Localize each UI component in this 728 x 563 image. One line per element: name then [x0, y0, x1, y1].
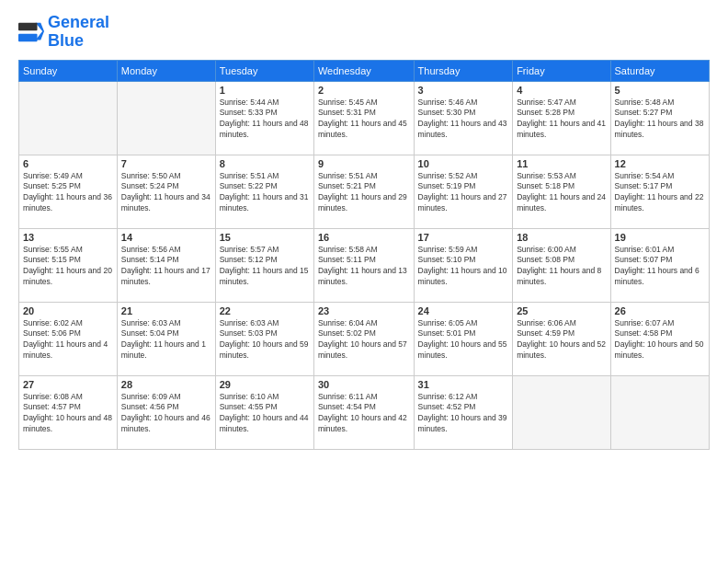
logo-icon	[18, 19, 44, 45]
page: General Blue SundayMondayTuesdayWednesda…	[0, 0, 728, 563]
calendar-cell: 8Sunrise: 5:51 AM Sunset: 5:22 PM Daylig…	[215, 155, 313, 228]
day-detail: Sunrise: 6:02 AM Sunset: 5:06 PM Dayligh…	[23, 318, 113, 362]
day-number: 20	[23, 305, 113, 316]
calendar-cell: 10Sunrise: 5:52 AM Sunset: 5:19 PM Dayli…	[414, 155, 513, 228]
weekday-header-monday: Monday	[117, 60, 215, 81]
calendar-cell: 26Sunrise: 6:07 AM Sunset: 4:58 PM Dayli…	[610, 302, 709, 375]
day-detail: Sunrise: 6:00 AM Sunset: 5:08 PM Dayligh…	[517, 245, 606, 289]
calendar-cell: 21Sunrise: 6:03 AM Sunset: 5:04 PM Dayli…	[117, 302, 215, 375]
day-number: 19	[615, 232, 705, 243]
day-number: 18	[517, 232, 606, 243]
day-detail: Sunrise: 5:47 AM Sunset: 5:28 PM Dayligh…	[517, 98, 606, 142]
calendar-cell: 12Sunrise: 5:54 AM Sunset: 5:17 PM Dayli…	[610, 155, 709, 228]
calendar-cell: 31Sunrise: 6:12 AM Sunset: 4:52 PM Dayli…	[414, 375, 513, 449]
day-number: 27	[23, 379, 113, 390]
day-detail: Sunrise: 5:48 AM Sunset: 5:27 PM Dayligh…	[615, 98, 705, 142]
calendar-cell: 23Sunrise: 6:04 AM Sunset: 5:02 PM Dayli…	[313, 302, 414, 375]
day-number: 22	[220, 305, 310, 316]
day-detail: Sunrise: 6:12 AM Sunset: 4:52 PM Dayligh…	[418, 392, 509, 436]
day-detail: Sunrise: 6:11 AM Sunset: 4:54 PM Dayligh…	[318, 392, 410, 436]
day-number: 11	[517, 158, 606, 169]
day-detail: Sunrise: 5:51 AM Sunset: 5:22 PM Dayligh…	[220, 171, 310, 215]
day-number: 24	[418, 305, 509, 316]
day-number: 16	[318, 232, 410, 243]
day-number: 1	[220, 85, 310, 96]
day-number: 30	[318, 379, 410, 390]
day-number: 17	[418, 232, 509, 243]
week-row-3: 20Sunrise: 6:02 AM Sunset: 5:06 PM Dayli…	[19, 302, 710, 375]
day-detail: Sunrise: 5:52 AM Sunset: 5:19 PM Dayligh…	[418, 171, 509, 215]
day-detail: Sunrise: 5:55 AM Sunset: 5:15 PM Dayligh…	[23, 245, 113, 289]
day-number: 28	[121, 379, 211, 390]
day-number: 12	[615, 158, 705, 169]
day-detail: Sunrise: 6:08 AM Sunset: 4:57 PM Dayligh…	[23, 392, 113, 436]
calendar-cell: 3Sunrise: 5:46 AM Sunset: 5:30 PM Daylig…	[414, 81, 513, 155]
calendar-cell: 4Sunrise: 5:47 AM Sunset: 5:28 PM Daylig…	[513, 81, 610, 155]
day-number: 31	[418, 379, 509, 390]
weekday-header-saturday: Saturday	[610, 60, 709, 81]
calendar-cell: 2Sunrise: 5:45 AM Sunset: 5:31 PM Daylig…	[313, 81, 414, 155]
day-number: 5	[615, 85, 705, 96]
day-detail: Sunrise: 5:53 AM Sunset: 5:18 PM Dayligh…	[517, 171, 606, 215]
logo-text: General Blue	[48, 14, 109, 51]
day-number: 23	[318, 305, 410, 316]
day-number: 4	[517, 85, 606, 96]
day-number: 6	[23, 158, 113, 169]
day-detail: Sunrise: 6:04 AM Sunset: 5:02 PM Dayligh…	[318, 318, 410, 362]
day-number: 15	[220, 232, 310, 243]
week-row-4: 27Sunrise: 6:08 AM Sunset: 4:57 PM Dayli…	[19, 375, 710, 449]
day-detail: Sunrise: 6:06 AM Sunset: 4:59 PM Dayligh…	[517, 318, 606, 362]
calendar-cell: 13Sunrise: 5:55 AM Sunset: 5:15 PM Dayli…	[19, 228, 118, 302]
calendar-cell: 27Sunrise: 6:08 AM Sunset: 4:57 PM Dayli…	[19, 375, 118, 449]
day-detail: Sunrise: 5:44 AM Sunset: 5:33 PM Dayligh…	[220, 98, 310, 142]
calendar-cell: 9Sunrise: 5:51 AM Sunset: 5:21 PM Daylig…	[313, 155, 414, 228]
day-number: 29	[220, 379, 310, 390]
calendar-table: SundayMondayTuesdayWednesdayThursdayFrid…	[18, 60, 710, 450]
day-number: 14	[121, 232, 211, 243]
day-detail: Sunrise: 5:49 AM Sunset: 5:25 PM Dayligh…	[23, 171, 113, 215]
day-number: 26	[615, 305, 705, 316]
day-detail: Sunrise: 6:03 AM Sunset: 5:04 PM Dayligh…	[121, 318, 211, 362]
calendar-cell: 20Sunrise: 6:02 AM Sunset: 5:06 PM Dayli…	[19, 302, 118, 375]
calendar-cell: 19Sunrise: 6:01 AM Sunset: 5:07 PM Dayli…	[610, 228, 709, 302]
day-detail: Sunrise: 5:46 AM Sunset: 5:30 PM Dayligh…	[418, 98, 509, 142]
weekday-header-thursday: Thursday	[414, 60, 513, 81]
day-detail: Sunrise: 6:03 AM Sunset: 5:03 PM Dayligh…	[220, 318, 310, 362]
calendar-cell: 30Sunrise: 6:11 AM Sunset: 4:54 PM Dayli…	[313, 375, 414, 449]
day-number: 8	[220, 158, 310, 169]
calendar-cell: 28Sunrise: 6:09 AM Sunset: 4:56 PM Dayli…	[117, 375, 215, 449]
day-detail: Sunrise: 5:50 AM Sunset: 5:24 PM Dayligh…	[121, 171, 211, 215]
calendar-cell	[513, 375, 610, 449]
calendar-cell: 22Sunrise: 6:03 AM Sunset: 5:03 PM Dayli…	[215, 302, 313, 375]
day-detail: Sunrise: 5:54 AM Sunset: 5:17 PM Dayligh…	[615, 171, 705, 215]
calendar-cell: 5Sunrise: 5:48 AM Sunset: 5:27 PM Daylig…	[610, 81, 709, 155]
day-number: 10	[418, 158, 509, 169]
day-detail: Sunrise: 6:05 AM Sunset: 5:01 PM Dayligh…	[418, 318, 509, 362]
day-number: 21	[121, 305, 211, 316]
calendar-cell: 7Sunrise: 5:50 AM Sunset: 5:24 PM Daylig…	[117, 155, 215, 228]
day-detail: Sunrise: 5:51 AM Sunset: 5:21 PM Dayligh…	[318, 171, 410, 215]
logo: General Blue	[18, 14, 109, 51]
day-number: 13	[23, 232, 113, 243]
day-detail: Sunrise: 6:10 AM Sunset: 4:55 PM Dayligh…	[220, 392, 310, 436]
week-row-2: 13Sunrise: 5:55 AM Sunset: 5:15 PM Dayli…	[19, 228, 710, 302]
day-detail: Sunrise: 6:07 AM Sunset: 4:58 PM Dayligh…	[615, 318, 705, 362]
calendar-cell: 29Sunrise: 6:10 AM Sunset: 4:55 PM Dayli…	[215, 375, 313, 449]
calendar-cell	[19, 81, 118, 155]
day-detail: Sunrise: 5:58 AM Sunset: 5:11 PM Dayligh…	[318, 245, 410, 289]
day-detail: Sunrise: 6:01 AM Sunset: 5:07 PM Dayligh…	[615, 245, 705, 289]
calendar-cell: 25Sunrise: 6:06 AM Sunset: 4:59 PM Dayli…	[513, 302, 610, 375]
calendar-cell: 11Sunrise: 5:53 AM Sunset: 5:18 PM Dayli…	[513, 155, 610, 228]
weekday-header-row: SundayMondayTuesdayWednesdayThursdayFrid…	[19, 60, 710, 81]
header: General Blue	[18, 14, 710, 51]
day-detail: Sunrise: 5:56 AM Sunset: 5:14 PM Dayligh…	[121, 245, 211, 289]
day-detail: Sunrise: 5:57 AM Sunset: 5:12 PM Dayligh…	[220, 245, 310, 289]
weekday-header-wednesday: Wednesday	[313, 60, 414, 81]
day-detail: Sunrise: 6:09 AM Sunset: 4:56 PM Dayligh…	[121, 392, 211, 436]
calendar-cell	[610, 375, 709, 449]
calendar-cell: 1Sunrise: 5:44 AM Sunset: 5:33 PM Daylig…	[215, 81, 313, 155]
week-row-0: 1Sunrise: 5:44 AM Sunset: 5:33 PM Daylig…	[19, 81, 710, 155]
weekday-header-tuesday: Tuesday	[215, 60, 313, 81]
svg-rect-1	[18, 23, 38, 30]
weekday-header-friday: Friday	[513, 60, 610, 81]
